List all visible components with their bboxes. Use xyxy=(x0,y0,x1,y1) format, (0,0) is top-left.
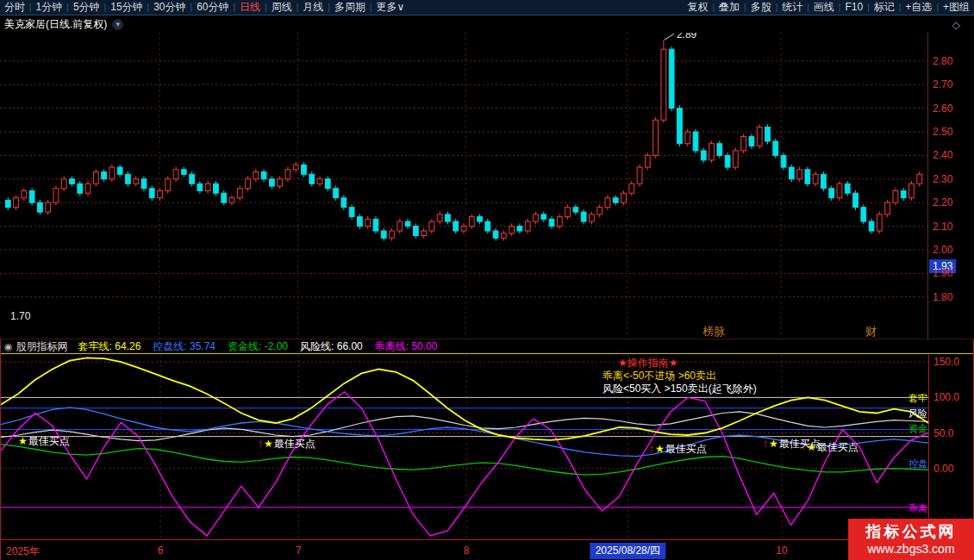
indicator-header: ◉ 股朋指标网 套牢线: 64.26控盘线: 35.74资金线: -2.00风险… xyxy=(1,339,973,354)
guide-line-1: 乖离<-50不进场 >60卖出 xyxy=(603,370,757,383)
menu-item-right-3[interactable]: 统计 xyxy=(777,0,807,15)
buy-point-label: 最佳买点 xyxy=(274,438,315,450)
badge-site-url: www.zbgs3.com xyxy=(848,541,974,557)
price-axis-label: 2.60 xyxy=(933,103,952,115)
menu-item-right-8[interactable]: +图组 xyxy=(939,0,974,15)
price-axis-label: 2.10 xyxy=(933,221,952,233)
menubar-right: 复权|叠加|多股|统计|画线|F10|标记|+自选|+图组 xyxy=(683,0,974,15)
price-axis-label: 2.50 xyxy=(933,126,952,138)
indicator-axis-label: 100.0 xyxy=(933,391,959,403)
best-buy-point-marker-2: ↑★最佳买点 xyxy=(649,442,707,457)
indicator-value-2: 资金线: -2.00 xyxy=(228,339,288,354)
buy-arrow-icon: ↑ xyxy=(258,438,263,450)
menu-item-10[interactable]: 更多∨ xyxy=(372,0,409,15)
buy-star-icon: ★ xyxy=(655,443,665,455)
title-dropdown-icon[interactable]: ▾ xyxy=(112,19,123,30)
watermark-text-0: 榜脉 xyxy=(703,324,726,339)
buy-star-icon: ★ xyxy=(264,438,273,450)
crosshair-date-marker: 2025/08/28/四 xyxy=(590,543,665,559)
price-axis-label: 2.70 xyxy=(933,78,952,90)
buy-arrow-icon: ↑ xyxy=(801,441,806,453)
titlebar: 美克家居(日线.前复权) ▾ ◇ xyxy=(0,16,974,33)
line-name-tag-0: 套牢 xyxy=(908,392,927,405)
stock-title: 美克家居(日线.前复权) xyxy=(4,17,107,32)
buy-point-label: 最佳买点 xyxy=(817,441,858,453)
buy-star-icon: ★ xyxy=(769,438,778,450)
menu-item-right-5[interactable]: F10 xyxy=(840,0,867,15)
corner-diamond-icon[interactable]: ◇ xyxy=(952,19,960,31)
price-axis-label: 2.00 xyxy=(933,244,952,256)
menu-item-0[interactable]: 分时 xyxy=(0,0,29,15)
price-axis-label: 2.40 xyxy=(933,149,952,161)
menu-item-2[interactable]: 5分钟 xyxy=(69,0,104,15)
price-axis-label: 1.90 xyxy=(933,267,952,279)
buy-arrow-icon: ↑ xyxy=(763,438,768,450)
line-name-tag-3: 控盘 xyxy=(908,457,927,470)
date-axis: 2025年 2025/08/28/四 67810 xyxy=(1,539,973,560)
indicator-values: 套牢线: 64.26控盘线: 35.74资金线: -2.00风险线: 66.00… xyxy=(78,339,438,354)
menu-item-right-1[interactable]: 叠加 xyxy=(715,0,744,15)
buy-star-icon: ★ xyxy=(807,441,816,453)
price-axis-label: 2.20 xyxy=(933,196,952,208)
date-tick-3: 10 xyxy=(776,544,787,557)
indicator-value-1: 控盘线: 35.74 xyxy=(153,339,215,354)
menubar: 分时|1分钟|5分钟|15分钟|30分钟|60分钟|日线|周线|月线|多周期|更… xyxy=(0,0,974,16)
menu-item-right-4[interactable]: 画线 xyxy=(809,0,839,15)
best-buy-point-marker-4: ↑★最佳买点 xyxy=(801,440,858,455)
guide-title: ★操作指南★ xyxy=(603,357,757,370)
buy-point-label: 最佳买点 xyxy=(28,435,70,447)
indicator-value-4: 乖离线: 50.00 xyxy=(375,339,438,354)
line-name-tag-1: 风险 xyxy=(908,408,927,420)
app-root: { "menubar": { "left": [ {"label":"分时","… xyxy=(0,0,974,560)
badge-site-name: 指标公式网 xyxy=(848,522,974,541)
buy-arrow-icon: ↑ xyxy=(649,443,654,455)
date-tick-0: 6 xyxy=(158,544,164,557)
date-tick-1: 7 xyxy=(296,544,302,557)
watermark-badge: 指标公式网 www.zbgs3.com xyxy=(848,519,974,560)
price-axis-label: 2.30 xyxy=(933,173,952,185)
menu-item-5[interactable]: 60分钟 xyxy=(192,0,233,15)
buy-star-icon: ★ xyxy=(18,435,28,447)
price-axis: 1.93 2.802.702.602.502.402.302.202.102.0… xyxy=(927,33,974,339)
price-axis-label: 2.80 xyxy=(933,55,952,67)
date-tick-2: 8 xyxy=(464,544,470,557)
menu-item-4[interactable]: 30分钟 xyxy=(149,0,190,15)
menu-item-3[interactable]: 15分钟 xyxy=(106,0,147,15)
menu-item-right-0[interactable]: 复权 xyxy=(683,0,712,15)
line-name-tag-2: 资金 xyxy=(908,422,927,435)
menu-item-8[interactable]: 月线 xyxy=(298,0,328,15)
indicator-axis-label: 150.0 xyxy=(933,356,959,368)
low-price-label: 1.70 xyxy=(10,310,30,322)
menu-item-6[interactable]: 日线 xyxy=(235,0,265,15)
candlestick-svg[interactable] xyxy=(0,33,927,339)
year-label: 2025年 xyxy=(6,544,40,559)
indicator-panel[interactable]: ★操作指南★ 乖离<-50不进场 >60卖出 风险<50买入 >150卖出(起飞… xyxy=(1,355,928,539)
buy-point-label: 最佳买点 xyxy=(665,443,707,455)
guide-line-2: 风险<50买入 >150卖出(起飞除外) xyxy=(603,383,757,395)
indicator-value-0: 套牢线: 64.26 xyxy=(78,339,141,354)
menu-item-right-2[interactable]: 多股 xyxy=(746,0,776,15)
line-name-tag-4: 乖离 xyxy=(908,502,927,515)
menu-item-9[interactable]: 多周期 xyxy=(330,0,370,15)
menubar-left: 分时|1分钟|5分钟|15分钟|30分钟|60分钟|日线|周线|月线|多周期|更… xyxy=(0,0,409,15)
strategy-guide: ★操作指南★ 乖离<-50不进场 >60卖出 风险<50买入 >150卖出(起飞… xyxy=(603,357,757,395)
price-axis-label: 1.80 xyxy=(933,291,952,303)
indicator-axis-label: 0.00 xyxy=(933,463,953,475)
menu-item-right-7[interactable]: +自选 xyxy=(901,0,936,15)
indicator-axis-label: 50.0 xyxy=(933,427,953,439)
indicator-axis: 150.0100.050.00.00 xyxy=(928,355,974,539)
watermark-text-1: 财 xyxy=(865,324,877,339)
menu-item-right-6[interactable]: 标记 xyxy=(870,0,899,15)
indicator-logo-text: 股朋指标网 xyxy=(16,339,68,354)
best-buy-point-marker-1: ↑★最佳买点 xyxy=(258,437,315,451)
indicator-value-3: 风险线: 66.00 xyxy=(300,339,363,354)
menu-item-1[interactable]: 1分钟 xyxy=(32,0,67,15)
menu-item-7[interactable]: 周线 xyxy=(267,0,297,15)
best-buy-point-marker-0: ★最佳买点 xyxy=(18,434,70,449)
candlestick-chart[interactable]: 2.89 1.70 榜脉财 xyxy=(0,33,927,339)
indicator-region: ◉ 股朋指标网 套牢线: 64.26控盘线: 35.74资金线: -2.00风险… xyxy=(0,339,974,560)
indicator-logo-icon: ◉ xyxy=(4,341,13,352)
